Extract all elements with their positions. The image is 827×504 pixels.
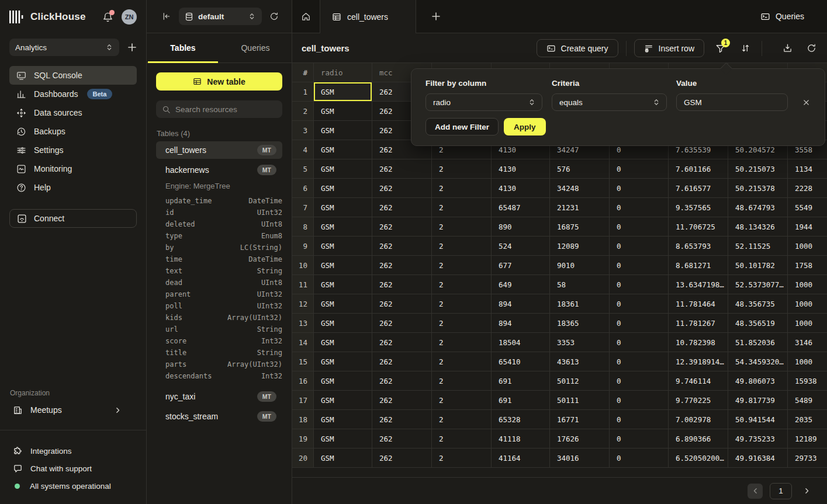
insert-row-button[interactable]: Insert row [634,39,704,57]
table-cell[interactable]: 262 [372,333,432,352]
table-cell[interactable]: 4130 [492,159,550,179]
table-cell[interactable]: 2 [432,333,492,352]
home-tab[interactable] [292,0,320,33]
table-cell[interactable]: 2035 [788,410,827,429]
table-cell[interactable]: 11.781464 [669,294,728,314]
filter-button[interactable]: 1 [715,43,726,54]
add-workspace-button[interactable] [127,43,137,52]
sidebar-item-monitoring[interactable]: Monitoring [9,159,137,178]
table-cell[interactable]: 65487 [492,198,550,217]
table-cell[interactable]: 41164 [492,449,550,468]
table-cell[interactable]: GSM [314,429,372,449]
table-cell[interactable]: 0 [610,410,669,429]
table-cell[interactable]: 2 [432,237,492,256]
table-cell[interactable]: 677 [492,256,550,275]
table-cell[interactable]: 262 [372,275,432,294]
table-cell[interactable]: 50.215378 [728,179,788,198]
table-cell[interactable]: 16875 [550,217,610,237]
table-cell[interactable]: GSM [314,140,372,159]
table-cell[interactable]: 262 [372,294,432,314]
table-cell[interactable]: 6.52050200… [669,449,728,468]
sort-button[interactable] [741,43,750,53]
table-cell[interactable]: 65410 [492,352,550,371]
tab-queries[interactable]: Queries [219,33,292,62]
table-cell[interactable]: 7.616577 [669,179,728,198]
new-tab-button[interactable] [431,0,441,33]
table-cell[interactable]: 58 [550,275,610,294]
table-cell[interactable]: 691 [492,391,550,410]
table-cell[interactable]: 12.3918914… [669,352,728,371]
table-cell[interactable]: 262 [372,429,432,449]
table-cell[interactable]: 41118 [492,429,550,449]
table-cell[interactable]: 21231 [550,198,610,217]
table-cell[interactable]: 8.681271 [669,256,728,275]
table-cell[interactable]: 34016 [550,449,610,468]
table-cell[interactable]: 0 [610,352,669,371]
apply-filter-button[interactable]: Apply [504,118,546,135]
table-cell[interactable]: 262 [372,256,432,275]
table-cell[interactable]: 12189 [788,429,827,449]
table-cell[interactable]: 16771 [550,410,610,429]
table-cell[interactable]: GSM [314,449,372,468]
next-page-button[interactable] [799,484,814,499]
table-cell[interactable]: 0 [610,449,669,468]
table-cell[interactable]: 576 [550,159,610,179]
table-cell[interactable]: 9.746114 [669,371,728,391]
table-cell[interactable]: 262 [372,371,432,391]
table-cell[interactable]: 262 [372,217,432,237]
table-cell[interactable]: 2 [432,410,492,429]
notifications-button[interactable] [102,12,113,23]
table-item-hackernews[interactable]: hackernews MT [156,161,282,179]
table-item-nyc-taxi[interactable]: nyc_taxi MT [156,388,282,405]
refresh-icon[interactable] [269,12,279,21]
table-cell[interactable]: 10.782398 [669,333,728,352]
table-cell[interactable]: 2 [432,198,492,217]
avatar[interactable]: ZN [122,9,137,25]
table-cell[interactable]: 50111 [550,391,610,410]
system-status[interactable]: All systems operational [9,477,137,495]
table-cell[interactable]: 894 [492,294,550,314]
sidebar-item-sql-console[interactable]: SQL Console [9,66,137,85]
table-cell[interactable]: 1758 [788,256,827,275]
table-cell[interactable]: 49.806073 [728,371,788,391]
table-cell[interactable]: 48.674793 [728,198,788,217]
table-cell[interactable]: 12089 [550,237,610,256]
table-cell[interactable]: 15938 [788,371,827,391]
table-cell[interactable]: 2 [432,449,492,468]
table-cell[interactable]: 2 [432,159,492,179]
prev-page-button[interactable] [748,484,763,499]
table-cell[interactable]: GSM [314,256,372,275]
download-button[interactable] [783,43,793,53]
table-cell[interactable]: 0 [610,275,669,294]
refresh-table-button[interactable] [807,43,816,53]
table-cell[interactable]: 48.356519 [728,314,788,333]
table-cell[interactable]: 0 [610,217,669,237]
table-cell[interactable]: GSM [314,391,372,410]
table-cell[interactable]: 894 [492,314,550,333]
table-cell[interactable]: 65328 [492,410,550,429]
table-cell[interactable]: 4130 [492,179,550,198]
database-select[interactable]: default [179,8,262,25]
table-cell[interactable]: 0 [610,333,669,352]
table-cell[interactable]: 0 [610,429,669,449]
table-cell[interactable]: 2 [432,294,492,314]
table-cell[interactable]: GSM [314,159,372,179]
table-cell[interactable]: GSM [314,314,372,333]
table-cell[interactable]: 49.735233 [728,429,788,449]
table-cell[interactable]: 52.11525 [728,237,788,256]
sidebar-item-meetups[interactable]: Meetups [9,401,137,419]
table-cell[interactable]: 9.357565 [669,198,728,217]
table-cell[interactable]: 43613 [550,352,610,371]
table-cell[interactable]: 2 [432,275,492,294]
table-cell[interactable]: 0 [610,391,669,410]
table-cell[interactable]: 50.941544 [728,410,788,429]
table-cell[interactable]: 7.601166 [669,159,728,179]
new-table-button[interactable]: New table [156,72,282,91]
sidebar-item-backups[interactable]: Backups [9,122,137,141]
integrations-link[interactable]: Integrations [9,442,137,460]
table-cell[interactable]: 524 [492,237,550,256]
table-cell[interactable]: 2 [432,371,492,391]
table-cell[interactable]: 8.653793 [669,237,728,256]
table-cell[interactable]: 2 [432,314,492,333]
table-cell[interactable]: 2 [432,352,492,371]
